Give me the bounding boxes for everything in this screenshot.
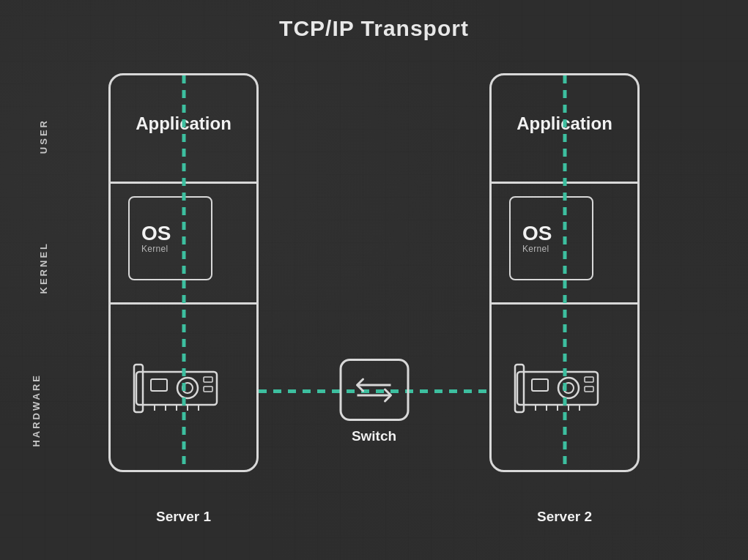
server2-box: Application OS Kernel xyxy=(489,73,640,472)
server1-os-subtitle: Kernel xyxy=(141,244,169,254)
layer-label-kernel: KERNEL xyxy=(38,242,49,294)
layer-label-user: USER xyxy=(38,119,49,154)
page-title: TCP/IP Transport xyxy=(0,16,748,41)
svg-rect-11 xyxy=(204,387,212,392)
teal-vertical-line-server2 xyxy=(563,75,566,470)
svg-rect-10 xyxy=(204,377,212,382)
layer-label-hardware: HARDWARE xyxy=(31,373,42,447)
svg-rect-23 xyxy=(585,387,593,392)
svg-rect-22 xyxy=(585,377,593,382)
server1-os-title: OS xyxy=(141,223,171,244)
switch-container: Switch xyxy=(339,359,409,444)
server2-label: Server 2 xyxy=(489,509,640,525)
server2-os-box: OS Kernel xyxy=(509,196,593,280)
switch-arrows-icon xyxy=(353,373,396,407)
svg-point-3 xyxy=(177,378,198,398)
switch-label: Switch xyxy=(352,428,396,444)
server1-label: Server 1 xyxy=(108,509,259,525)
server2-os-subtitle: Kernel xyxy=(522,244,549,254)
teal-vertical-line-server1 xyxy=(182,75,185,470)
server2-os-title: OS xyxy=(522,223,552,244)
server1-os-box: OS Kernel xyxy=(128,196,212,280)
svg-rect-2 xyxy=(151,379,167,391)
switch-box xyxy=(339,359,409,421)
svg-point-15 xyxy=(558,378,579,398)
server1-box: Application OS Kernel xyxy=(108,73,259,472)
diagram-container: TCP/IP Transport USER KERNEL HARDWARE Ap… xyxy=(0,0,748,560)
svg-rect-14 xyxy=(532,379,548,391)
